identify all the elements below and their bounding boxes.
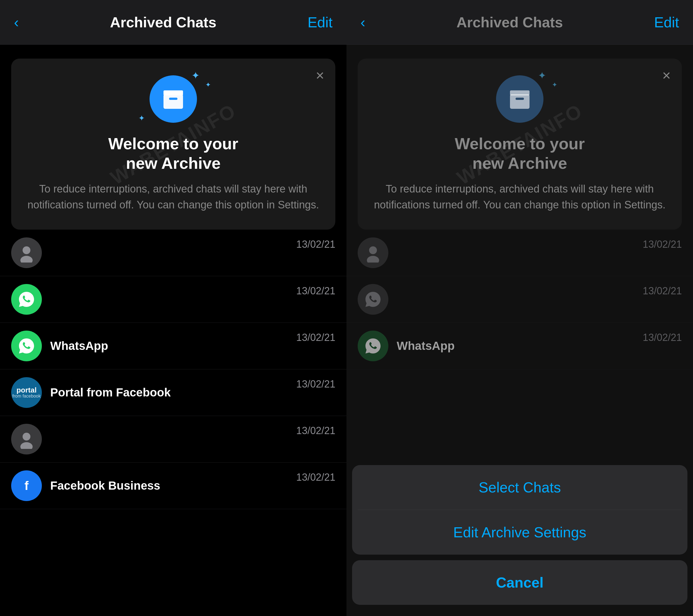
whatsapp-icon <box>363 336 383 356</box>
chat-date: 13/02/21 <box>296 378 335 390</box>
left-back-button[interactable]: ‹ <box>14 14 19 31</box>
sparkle-icon-1: ✦ <box>538 70 546 81</box>
chat-avatar <box>11 284 42 315</box>
left-archive-icon-wrap: ✦ ✦ ✦ <box>150 75 197 123</box>
right-welcome-title: Welcome to your new Archive <box>455 134 585 173</box>
chat-item[interactable]: 13/02/21 <box>0 276 346 323</box>
whatsapp-icon <box>363 290 383 309</box>
svg-rect-9 <box>510 91 530 95</box>
chat-date: 13/02/21 <box>296 425 335 437</box>
left-panel: ‹ Archived Chats Edit × ✦ ✦ ✦ Welcome to… <box>0 0 346 616</box>
chat-date: 13/02/21 <box>296 472 335 483</box>
chat-avatar: portal from facebook <box>11 377 42 408</box>
action-sheet-main: Select Chats Edit Archive Settings <box>352 465 688 555</box>
right-archive-icon-wrap: ✦ ✦ <box>496 75 543 123</box>
right-nav-bar: ‹ Archived Chats Edit <box>346 0 693 45</box>
chat-item[interactable]: WhatsApp 13/02/21 <box>0 323 346 370</box>
chat-avatar <box>358 284 388 315</box>
select-chats-button[interactable]: Select Chats <box>352 465 688 510</box>
right-close-button[interactable]: × <box>662 67 671 84</box>
right-welcome-card: × ✦ ✦ Welcome to your new Archive To red… <box>358 59 682 230</box>
svg-point-3 <box>23 246 31 254</box>
chat-item[interactable]: f Facebook Business 13/02/21 <box>0 462 346 509</box>
chat-item[interactable]: 13/02/21 <box>0 230 346 276</box>
action-sheet-overlay: Select Chats Edit Archive Settings Cance… <box>346 465 693 616</box>
chat-item[interactable]: 13/02/21 <box>346 230 693 276</box>
right-panel: ‹ Archived Chats Edit × ✦ ✦ Welcome to y… <box>346 0 693 616</box>
portal-logo: portal <box>17 386 37 394</box>
chat-date: 13/02/21 <box>643 239 682 250</box>
chat-item[interactable]: 13/02/21 <box>346 276 693 323</box>
svg-point-5 <box>23 433 31 440</box>
whatsapp-icon <box>17 290 36 309</box>
left-welcome-desc: To reduce interruptions, archived chats … <box>25 181 321 213</box>
left-welcome-card: × ✦ ✦ ✦ Welcome to your new Archive To r… <box>11 59 335 230</box>
right-archive-circle <box>496 75 543 123</box>
archive-box-icon <box>507 86 532 112</box>
chat-item[interactable]: portal from facebook Portal from Faceboo… <box>0 370 346 416</box>
svg-text:f: f <box>24 479 29 492</box>
right-nav-title: Archived Chats <box>456 14 563 31</box>
right-welcome-desc: To reduce interruptions, archived chats … <box>372 181 668 213</box>
chat-name: Facebook Business <box>50 479 335 492</box>
svg-rect-0 <box>163 94 183 109</box>
chat-avatar <box>11 331 42 361</box>
chat-avatar <box>358 331 388 361</box>
svg-rect-8 <box>510 94 530 109</box>
portal-sub: from facebook <box>12 394 40 399</box>
chat-item[interactable]: 13/02/21 <box>0 416 346 462</box>
chat-date: 13/02/21 <box>296 332 335 343</box>
svg-point-6 <box>20 442 33 449</box>
left-nav-bar: ‹ Archived Chats Edit <box>0 0 346 45</box>
sparkle-icon-2: ✦ <box>552 81 557 89</box>
chat-avatar <box>11 237 42 268</box>
sparkle-icon-2: ✦ <box>205 81 211 89</box>
person-icon <box>17 429 36 449</box>
chat-avatar: f <box>11 470 42 501</box>
svg-rect-1 <box>163 91 183 95</box>
left-chat-list: 13/02/21 13/02/21 WhatsApp 13/02/21 <box>0 230 346 616</box>
svg-rect-2 <box>169 98 177 100</box>
sparkle-icon-3: ✦ <box>138 114 145 123</box>
svg-rect-10 <box>516 98 524 100</box>
left-edit-button[interactable]: Edit <box>308 14 333 31</box>
svg-point-11 <box>369 246 377 254</box>
chat-date: 13/02/21 <box>296 285 335 297</box>
svg-point-12 <box>367 256 379 262</box>
svg-point-4 <box>20 256 33 262</box>
archive-box-icon <box>161 86 186 112</box>
person-icon <box>17 243 36 262</box>
chat-date: 13/02/21 <box>296 239 335 250</box>
chat-avatar <box>358 237 388 268</box>
chat-avatar <box>11 424 42 455</box>
chat-name: Portal from Facebook <box>50 386 335 399</box>
right-back-button[interactable]: ‹ <box>360 14 365 31</box>
left-close-button[interactable]: × <box>316 67 324 84</box>
cancel-button[interactable]: Cancel <box>352 560 688 605</box>
whatsapp-icon <box>17 336 36 356</box>
chat-name: WhatsApp <box>50 339 335 353</box>
chat-date: 13/02/21 <box>643 332 682 343</box>
right-edit-button[interactable]: Edit <box>654 14 679 31</box>
person-icon <box>363 243 383 262</box>
left-welcome-title: Welcome to your new Archive <box>108 134 238 173</box>
left-nav-title: Archived Chats <box>110 14 216 31</box>
left-archive-circle <box>150 75 197 123</box>
sparkle-icon-1: ✦ <box>191 70 200 81</box>
chat-date: 13/02/21 <box>643 285 682 297</box>
facebook-icon: f <box>18 477 35 494</box>
chat-name: WhatsApp <box>397 339 682 353</box>
chat-item[interactable]: WhatsApp 13/02/21 <box>346 323 693 370</box>
edit-archive-settings-button[interactable]: Edit Archive Settings <box>352 510 688 555</box>
